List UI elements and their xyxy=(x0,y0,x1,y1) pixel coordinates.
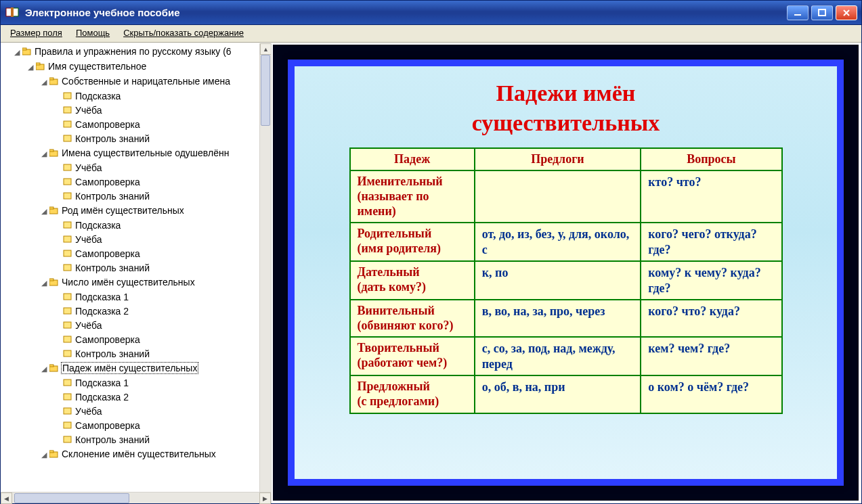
window-buttons xyxy=(787,5,857,20)
svg-rect-3 xyxy=(794,14,801,16)
svg-rect-14 xyxy=(64,135,71,141)
scroll-right-button[interactable]: ▶ xyxy=(259,492,271,504)
tree-horizontal-scrollbar[interactable]: ◀ ▶ xyxy=(1,492,271,503)
tree-leaf[interactable]: Подсказка xyxy=(2,89,271,104)
svg-rect-27 xyxy=(49,279,53,281)
tree-leaf[interactable]: Учёба xyxy=(2,319,271,333)
toc-tree[interactable]: ◢Правила и упражнения по русскому языку … xyxy=(1,43,271,462)
cases-table: Падеж Предлоги Вопросы Именительный(назы… xyxy=(349,147,783,413)
app-icon xyxy=(5,5,20,20)
svg-rect-28 xyxy=(64,294,71,300)
svg-rect-8 xyxy=(36,63,40,65)
svg-rect-2 xyxy=(11,7,14,17)
table-row: Дательный(дать кому?) к, по кому? к чему… xyxy=(350,261,782,300)
scroll-up-button[interactable]: ▲ xyxy=(260,43,271,55)
tree-item[interactable]: ◢Род имён существительных xyxy=(2,204,271,219)
svg-rect-12 xyxy=(64,107,71,113)
col-q-header: Вопросы xyxy=(641,148,781,170)
tree-leaf[interactable]: Учёба xyxy=(2,104,271,118)
slide: Падежи имён существительных Падеж Предло… xyxy=(295,66,837,479)
col-prep-header: Предлоги xyxy=(475,148,641,170)
table-row: Винительный(обвиняют кого?) в, во, на, з… xyxy=(350,300,782,337)
menu-field-size[interactable]: Размер поля xyxy=(3,25,69,42)
table-row: Предложный(с предлогами) о, об, в, на, п… xyxy=(350,375,782,413)
svg-rect-17 xyxy=(64,164,71,170)
svg-rect-16 xyxy=(49,150,53,152)
table-row: Творительный(работают чем?) с, со, за, п… xyxy=(350,337,782,375)
tree-leaf[interactable]: Контроль знаний xyxy=(2,347,271,361)
tree-leaf[interactable]: Подсказка xyxy=(2,219,271,233)
svg-rect-36 xyxy=(64,394,71,400)
tree-leaf[interactable]: Самопроверка xyxy=(2,247,271,261)
content-pane: Падежи имён существительных Падеж Предло… xyxy=(272,43,861,503)
table-row: Родительный(имя родителя) от, до, из, бе… xyxy=(350,223,782,261)
tree-item-selected[interactable]: ◢Падеж имён существительных xyxy=(2,361,271,376)
svg-rect-24 xyxy=(64,250,71,256)
menu-help[interactable]: Помощь xyxy=(69,25,116,42)
menubar: Размер поля Помощь Скрыть/показать содер… xyxy=(1,25,861,43)
app-window: Электронное учебное пособие Размер поля … xyxy=(0,0,862,504)
tree-leaf[interactable]: Самопроверка xyxy=(2,333,271,347)
client-area: ◢Правила и упражнения по русскому языку … xyxy=(1,43,861,503)
scroll-thumb[interactable] xyxy=(261,55,270,126)
svg-rect-38 xyxy=(64,422,71,428)
svg-rect-23 xyxy=(64,236,71,242)
menu-toggle-toc[interactable]: Скрыть/показать содержание xyxy=(116,25,251,42)
slide-viewer: Падежи имён существительных Падеж Предло… xyxy=(273,45,859,501)
svg-rect-25 xyxy=(64,265,71,271)
svg-rect-35 xyxy=(64,380,71,386)
scroll-left-button[interactable]: ◀ xyxy=(1,492,12,504)
svg-rect-39 xyxy=(64,436,71,442)
tree-leaf[interactable]: Подсказка 2 xyxy=(2,304,271,319)
slide-frame: Падежи имён существительных Падеж Предло… xyxy=(288,60,844,486)
svg-rect-22 xyxy=(64,222,71,228)
svg-rect-34 xyxy=(49,365,53,367)
tree-leaf[interactable]: Учёба xyxy=(2,161,271,175)
sidebar: ◢Правила и упражнения по русскому языку … xyxy=(1,43,272,503)
svg-rect-19 xyxy=(64,193,71,199)
close-button[interactable] xyxy=(836,5,857,20)
tree-leaf[interactable]: Контроль знаний xyxy=(2,189,271,204)
svg-rect-29 xyxy=(64,308,71,314)
tree-leaf[interactable]: Учёба xyxy=(2,405,271,419)
svg-rect-21 xyxy=(49,207,53,209)
tree-root[interactable]: ◢Правила и упражнения по русскому языку … xyxy=(2,45,271,60)
svg-rect-37 xyxy=(64,408,71,414)
hscroll-thumb[interactable] xyxy=(14,493,129,503)
tree-leaf[interactable]: Подсказка 2 xyxy=(2,390,271,405)
tree-item[interactable]: ◢Собственные и нарицательные имена xyxy=(2,74,271,89)
tree-leaf[interactable]: Учёба xyxy=(2,233,271,247)
svg-rect-31 xyxy=(64,336,71,342)
svg-rect-41 xyxy=(49,451,53,453)
svg-rect-30 xyxy=(64,322,71,328)
col-case-header: Падеж xyxy=(350,148,475,170)
tree-leaf[interactable]: Самопроверка xyxy=(2,419,271,433)
minimize-button[interactable] xyxy=(787,5,809,20)
svg-rect-0 xyxy=(6,8,12,16)
maximize-button[interactable] xyxy=(811,5,833,20)
window-title: Электронное учебное пособие xyxy=(25,7,787,18)
tree-leaf[interactable]: Подсказка 1 xyxy=(2,376,271,390)
tree-leaf[interactable]: Контроль знаний xyxy=(2,132,271,146)
svg-rect-18 xyxy=(64,179,71,185)
tree-item[interactable]: ◢Имена существительные одушевлённ xyxy=(2,146,271,161)
tree-item[interactable]: ◢Число имён существительных xyxy=(2,275,271,290)
svg-rect-1 xyxy=(13,8,18,16)
svg-rect-10 xyxy=(49,78,53,80)
slide-title: Падежи имён существительных xyxy=(472,78,660,138)
tree-leaf[interactable]: Самопроверка xyxy=(2,175,271,189)
titlebar[interactable]: Электронное учебное пособие xyxy=(1,1,861,25)
table-row: Именительный(называет по имени) кто? что… xyxy=(350,170,782,223)
tree-vertical-scrollbar[interactable]: ▲ xyxy=(259,43,271,492)
svg-rect-11 xyxy=(64,93,71,99)
tree-scroll-area: ◢Правила и упражнения по русскому языку … xyxy=(1,43,271,492)
scroll-track[interactable] xyxy=(260,55,271,492)
tree-leaf[interactable]: Подсказка 1 xyxy=(2,290,271,304)
tree-item[interactable]: ◢Имя существительное xyxy=(2,60,271,74)
tree-leaf[interactable]: Контроль знаний xyxy=(2,433,271,447)
svg-rect-13 xyxy=(64,121,71,127)
tree-leaf[interactable]: Самопроверка xyxy=(2,118,271,132)
tree-item[interactable]: ◢Склонение имён существительных xyxy=(2,447,271,462)
tree-leaf[interactable]: Контроль знаний xyxy=(2,261,271,275)
svg-rect-6 xyxy=(22,48,26,50)
